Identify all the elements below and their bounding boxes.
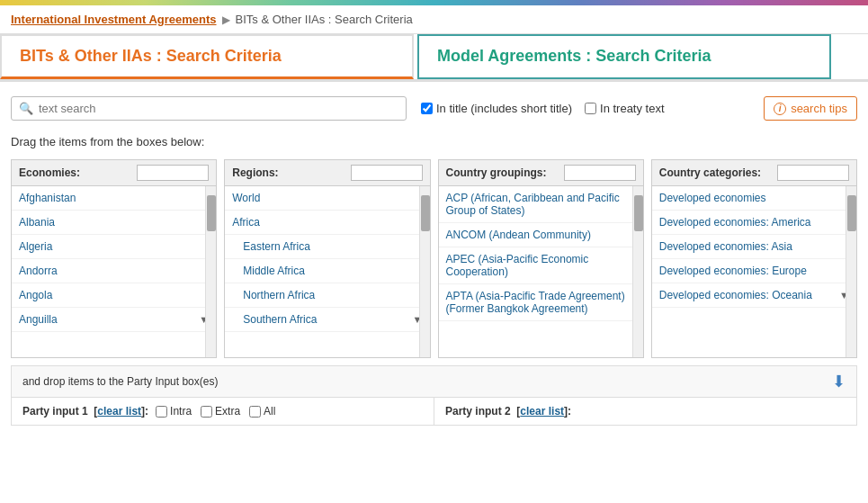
drop-zone-text: and drop items to the Party Input box(es… [22, 375, 218, 388]
party-input-1: Party input 1 [clear list]: Intra Extra … [12, 398, 434, 425]
list-item[interactable]: Algeria [12, 235, 216, 259]
list-item[interactable]: ACP (African, Caribbean and Pacific Grou… [439, 186, 643, 223]
regions-header: Regions: [225, 160, 429, 186]
categories-scrollbar[interactable] [846, 186, 856, 357]
country-groupings-list: ACP (African, Caribbean and Pacific Grou… [439, 186, 643, 357]
list-item[interactable]: Afghanistan [12, 186, 216, 211]
list-item[interactable]: Developed economies [652, 186, 856, 211]
party1-clear-button[interactable]: clear list [97, 405, 141, 418]
party1-options: Intra Extra All [156, 405, 275, 418]
in-title-label[interactable]: In title (includes short title) [421, 102, 572, 115]
party2-clear-button[interactable]: clear list [520, 405, 564, 418]
breadcrumb-arrow: ▶ [222, 13, 230, 26]
info-icon: i [774, 103, 786, 115]
list-item[interactable]: Angola [12, 283, 216, 308]
list-item[interactable]: Developed economies: Europe [652, 259, 856, 283]
party2-label: Party input 2 [clear list]: [445, 405, 571, 418]
list-item[interactable]: APEC (Asia-Pacific Economic Cooperation) [439, 247, 643, 284]
list-item[interactable]: ANCOM (Andean Community) [439, 223, 643, 247]
party-inputs-row: Party input 1 [clear list]: Intra Extra … [11, 398, 857, 426]
in-title-checkbox[interactable] [421, 103, 433, 114]
checkbox-group: In title (includes short title) In treat… [421, 102, 665, 115]
party1-intra-checkbox[interactable] [156, 406, 167, 418]
party1-label: Party input 1 [clear list]: [22, 405, 148, 418]
in-treaty-label[interactable]: In treaty text [585, 102, 665, 115]
groupings-scrollbar[interactable] [632, 186, 643, 357]
economies-scrollbar-thumb[interactable] [207, 195, 216, 231]
breadcrumb-current: BITs & Other IIAs : Search Criteria [236, 13, 413, 26]
country-categories-filter-input[interactable] [777, 165, 849, 181]
economies-header: Economies: [12, 160, 216, 186]
list-item[interactable]: Middle Africa [225, 259, 429, 283]
drop-zone: and drop items to the Party Input box(es… [11, 365, 857, 398]
regions-list: World Africa Eastern Africa Middle Afric… [225, 186, 429, 357]
country-groupings-header: Country groupings: [439, 160, 643, 186]
tab-bits[interactable]: BITs & Other IIAs : Search Criteria [0, 34, 414, 79]
list-item[interactable]: World [225, 186, 429, 211]
main-content: 🔍 In title (includes short title) In tre… [0, 82, 868, 440]
regions-filter-input[interactable] [351, 165, 423, 181]
economies-column: Economies: Afghanistan Albania Algeria A… [11, 159, 217, 358]
country-categories-column: Country categories: Developed economies … [651, 159, 857, 358]
columns-row: Economies: Afghanistan Albania Algeria A… [11, 159, 857, 358]
list-item[interactable]: Developed economies: America [652, 211, 856, 235]
country-groupings-filter-input[interactable] [564, 165, 636, 181]
party1-all-checkbox[interactable] [249, 406, 261, 418]
tab-model[interactable]: Model Agreements : Search Criteria [417, 34, 831, 79]
search-input-wrapper: 🔍 [11, 96, 407, 121]
list-item[interactable]: APTA (Asia-Pacific Trade Agreement) (For… [439, 284, 643, 321]
categories-scrollbar-thumb[interactable] [847, 195, 856, 231]
economies-list: Afghanistan Albania Algeria Andorra Ango… [12, 186, 216, 357]
drag-instruction: Drag the items from the boxes below: [11, 135, 857, 148]
search-tips-button[interactable]: i search tips [764, 96, 857, 121]
regions-scrollbar[interactable] [419, 186, 430, 357]
search-icon: 🔍 [19, 102, 33, 115]
party1-extra-label[interactable]: Extra [201, 405, 240, 418]
list-item[interactable]: Africa [225, 211, 429, 235]
breadcrumb: International Investment Agreements ▶ BI… [0, 5, 868, 34]
list-item[interactable]: Developed economies: Oceania ▼ [652, 283, 856, 308]
search-input[interactable] [39, 102, 398, 115]
economies-scrollbar[interactable] [205, 186, 216, 357]
list-item[interactable]: Albania [12, 211, 216, 235]
list-item[interactable]: Developed economies: Asia [652, 235, 856, 259]
search-row: 🔍 In title (includes short title) In tre… [11, 96, 857, 121]
country-categories-header: Country categories: [652, 160, 856, 186]
tabs-row: BITs & Other IIAs : Search Criteria Mode… [0, 34, 868, 82]
list-item[interactable]: Northern Africa [225, 283, 429, 308]
party1-all-label[interactable]: All [249, 405, 275, 418]
regions-scrollbar-thumb[interactable] [421, 195, 430, 231]
in-treaty-checkbox[interactable] [585, 103, 596, 114]
party-input-2: Party input 2 [clear list]: [434, 398, 856, 425]
party1-extra-checkbox[interactable] [201, 406, 212, 418]
regions-column: Regions: World Africa Eastern Africa Mid… [224, 159, 430, 358]
list-item[interactable]: Andorra [12, 259, 216, 283]
drop-arrow-icon: ⬇ [832, 372, 846, 391]
country-categories-list: Developed economies Developed economies:… [652, 186, 856, 357]
list-item[interactable]: Anguilla ▼ [12, 308, 216, 332]
party1-intra-label[interactable]: Intra [156, 405, 192, 418]
breadcrumb-link[interactable]: International Investment Agreements [11, 13, 217, 26]
groupings-scrollbar-thumb[interactable] [634, 195, 643, 231]
list-item[interactable]: Southern Africa ▼ [225, 308, 429, 332]
list-item[interactable]: Eastern Africa [225, 235, 429, 259]
country-groupings-column: Country groupings: ACP (African, Caribbe… [438, 159, 644, 358]
economies-filter-input[interactable] [137, 165, 209, 181]
